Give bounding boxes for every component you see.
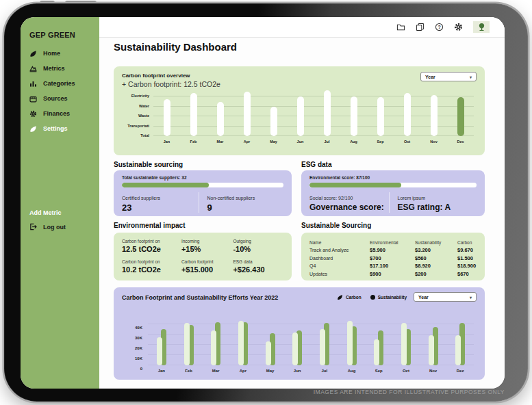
bottom-chart-card: Carbon Footprint and Sustainability Effo… <box>114 287 485 380</box>
metric-value: +$15.000 <box>181 265 233 274</box>
esg-data-heading: ESG data <box>301 161 331 168</box>
x-axis-label: Sep <box>367 140 394 144</box>
chart-bar-sep <box>377 97 384 136</box>
chart-bar-jun <box>297 96 304 136</box>
x-axis-label: Mar <box>207 140 233 144</box>
bar-carbon <box>374 339 379 365</box>
bar-group-jul <box>311 319 338 365</box>
carbon-overview-card: Carbon footprint overview + Carbon footp… <box>114 66 485 155</box>
logout-label: Log out <box>43 224 66 231</box>
table-cell: $5.900 <box>370 246 415 254</box>
y-axis-label: 20K <box>135 346 142 350</box>
bar-carbon <box>266 341 271 365</box>
carbon-overview-chart-x-labels: JanFebMarAprMayJunJulAugSepOctNovDec <box>153 140 474 144</box>
y-axis-label: Transportati <box>127 124 149 128</box>
bar-group-jun <box>283 319 311 365</box>
bar-group-oct <box>392 319 420 365</box>
impact-metric: Outgoing-10% <box>233 239 285 256</box>
impact-metric: Carbon footprint+$15.000 <box>181 259 233 276</box>
x-axis-label: Oct <box>394 140 420 144</box>
table-column-header: Name <box>309 239 370 246</box>
environmental-score-bar <box>309 183 477 187</box>
x-axis-label: Mar <box>202 369 229 373</box>
sidebar-item-label: Home <box>43 50 60 57</box>
chart-bar-dec <box>457 97 464 136</box>
x-axis-label: Dec <box>447 140 474 144</box>
impact-metric: ESG data+$26.430 <box>233 259 285 276</box>
table-cell: $17.100 <box>370 262 415 270</box>
y-axis-label: Waste <box>138 114 149 118</box>
avatar[interactable] <box>473 21 490 33</box>
environmental-score-label: Environmental score: 87/100 <box>309 175 370 180</box>
table-row: Dashboard$700$560$1.500 <box>309 254 478 262</box>
suppliers-progress-label: Total sustainable suppliers: 32 <box>122 175 187 180</box>
sidebar-item-finances[interactable]: Finances <box>29 106 97 121</box>
sourcing-table: NameEnvironmentalSustainabilityCarbonTra… <box>309 239 478 276</box>
chart-bar-aug <box>351 96 357 136</box>
y-axis-label: Total <box>140 133 149 138</box>
impact-metric: Carbon footprint on12.5 tCO2e <box>122 239 181 256</box>
environmental-impact-heading: Environmental impact <box>114 222 185 229</box>
legend-sustainability: Sustainability <box>370 295 407 300</box>
table-cell: Updates <box>309 270 370 278</box>
dot-icon <box>370 295 375 300</box>
sidebar-item-categories[interactable]: Categories <box>29 76 97 91</box>
metric-label: Incoming <box>181 239 233 244</box>
x-axis-label: Nov <box>420 140 447 144</box>
metric-value: +15% <box>181 245 233 253</box>
chart-bar-jul <box>324 90 331 136</box>
sourcing-table-heading: Sustainable Sourcing <box>301 222 371 229</box>
suppliers-progress-bar <box>122 183 283 187</box>
x-axis-label: Feb <box>180 140 207 144</box>
x-axis-label: Jul <box>311 369 338 373</box>
table-row: Updates$900$200$670 <box>309 270 478 278</box>
sidebar-item-metrics[interactable]: Metrics <box>29 61 97 76</box>
x-axis-label: Jan <box>148 369 175 373</box>
copy-icon[interactable] <box>416 23 425 31</box>
tree-logo-icon <box>477 23 486 31</box>
certified-suppliers-stat: Certified suppliers 23 <box>122 192 199 213</box>
chart-bar-jan <box>164 99 170 136</box>
logout-button[interactable]: Log out <box>29 223 66 231</box>
x-axis-label: Aug <box>338 369 366 373</box>
sidebar-item-label: Metrics <box>43 65 65 72</box>
sidebar-item-home[interactable]: Home <box>29 46 97 61</box>
folder-icon[interactable] <box>396 23 405 31</box>
add-metric-button[interactable]: Add Metric <box>29 209 62 216</box>
bar-group-mar <box>202 319 229 365</box>
sidebar-item-sources[interactable]: Sources <box>29 91 97 106</box>
chart-bar-nov <box>431 95 438 136</box>
carbon-overview-chart: TotalTransportatiWasteWaterElectricity <box>153 96 474 136</box>
gear-icon[interactable] <box>454 23 463 31</box>
categories-icon <box>29 80 37 88</box>
sidebar-item-settings[interactable]: Settings <box>29 121 97 136</box>
metric-label: Carbon footprint on <box>122 259 181 264</box>
table-row: Track and Analyze$5.900$3.200$9.670 <box>309 246 478 254</box>
bar-carbon <box>401 323 407 365</box>
table-cell: $3.200 <box>415 246 457 254</box>
bar-group-nov <box>420 319 447 365</box>
year-dropdown-bottom[interactable]: Year ▾ <box>414 292 477 302</box>
x-axis-label: May <box>260 140 287 144</box>
sidebar-item-label: Sources <box>43 95 68 102</box>
x-axis-label: Jun <box>287 140 314 144</box>
bar-group-aug <box>338 319 366 365</box>
table-row: Q4$17.100$8.920$18.900 <box>309 262 478 270</box>
table-cell: Q4 <box>309 262 370 270</box>
sidebar-menu: HomeMetricsCategoriesSourcesFinancesSett… <box>29 46 97 136</box>
help-icon[interactable]: ? <box>435 23 444 31</box>
metric-value: -10% <box>233 245 285 253</box>
carbon-overview-title: Carbon footprint overview <box>122 73 190 79</box>
x-axis-label: Oct <box>392 369 420 373</box>
table-cell: $1.500 <box>457 254 478 262</box>
impact-metric: Incoming+15% <box>181 239 233 256</box>
sidebar: GEP GREEN HomeMetricsCategoriesSourcesFi… <box>21 17 99 389</box>
table-cell: $200 <box>415 270 457 278</box>
x-axis-label: Feb <box>175 369 203 373</box>
sidebar-item-label: Finances <box>43 110 70 117</box>
year-dropdown[interactable]: Year ▾ <box>420 72 477 81</box>
bar-group-sep <box>365 319 392 365</box>
chart-bar-apr <box>244 92 251 136</box>
leaf-icon <box>29 125 37 133</box>
bar-carbon <box>455 335 461 365</box>
